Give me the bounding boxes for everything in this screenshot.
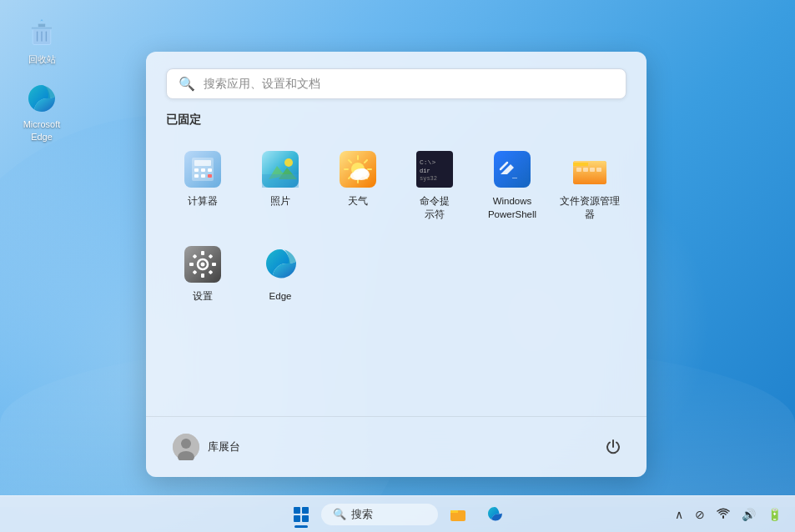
svg-rect-13: [201, 174, 205, 178]
svg-point-58: [181, 439, 191, 449]
taskbar-search-bar[interactable]: 🔍 搜索: [321, 504, 438, 525]
search-bar-container: 🔍 搜索应用、设置和文档: [146, 52, 647, 113]
weather-label: 天气: [348, 194, 368, 208]
svg-rect-8: [194, 160, 211, 166]
search-bar[interactable]: 🔍 搜索应用、设置和文档: [166, 68, 626, 99]
pinned-item-fileexplorer[interactable]: 文件资源管理器: [552, 141, 626, 229]
taskbar-center-items: 🔍 搜索: [284, 499, 511, 530]
svg-rect-51: [189, 263, 194, 266]
taskbar: 🔍 搜索 ∧: [0, 495, 795, 532]
taskbar-network-icon[interactable]: ⊘: [692, 504, 708, 524]
taskbar-chevron-icon[interactable]: ∧: [672, 504, 687, 524]
search-icon: 🔍: [179, 76, 195, 92]
svg-rect-14: [208, 174, 212, 178]
powershell-icon: _: [492, 149, 532, 189]
svg-text:dir: dir: [420, 168, 430, 174]
taskbar-search-label: 搜索: [351, 507, 373, 522]
powershell-label: WindowsPowerShell: [488, 194, 536, 221]
pinned-item-weather[interactable]: 天气: [320, 141, 395, 229]
svg-rect-9: [194, 168, 199, 172]
taskbar-battery-icon[interactable]: 🔋: [764, 504, 785, 524]
svg-rect-44: [590, 168, 595, 172]
svg-rect-41: [573, 163, 588, 166]
photos-icon: [260, 149, 300, 189]
edge-desktop-icon: [25, 82, 58, 115]
desktop-icon-edge[interactable]: MicrosoftEdge: [13, 82, 71, 143]
desktop-icons-area: 回收站 MicrosoftEdge: [13, 17, 71, 143]
taskbar-file-explorer-button[interactable]: [441, 499, 475, 530]
fileexplorer-icon: [570, 149, 610, 189]
recycle-bin-label: 回收站: [28, 53, 56, 65]
pinned-item-edge[interactable]: Edge: [244, 236, 318, 311]
svg-rect-45: [596, 168, 601, 172]
pinned-item-powershell[interactable]: _ WindowsPowerShell: [475, 141, 550, 229]
svg-rect-62: [294, 515, 300, 522]
taskbar-volume-icon[interactable]: 🔊: [738, 504, 759, 524]
calculator-icon: [183, 149, 223, 189]
svg-rect-61: [302, 507, 309, 514]
pinned-item-calculator[interactable]: 计算器: [166, 141, 240, 229]
pinned-section-label: 已固定: [166, 113, 626, 128]
settings-label: 设置: [193, 289, 213, 303]
recycle-bin-icon: [25, 17, 58, 50]
svg-rect-52: [212, 263, 216, 266]
pinned-item-photos[interactable]: 照片: [244, 141, 318, 229]
start-menu-bottom: 库展台: [146, 416, 647, 477]
pinned-apps-grid: 计算器 照片: [166, 141, 626, 311]
desktop-icon-recycle-bin[interactable]: 回收站: [13, 17, 71, 65]
taskbar-search-icon: 🔍: [333, 508, 346, 520]
svg-rect-49: [201, 251, 204, 255]
svg-rect-2: [38, 23, 46, 28]
svg-point-48: [201, 263, 205, 267]
pinned-item-cmd[interactable]: C:\> dir sys32 命令提示符: [398, 141, 472, 229]
settings-icon: [183, 244, 223, 284]
svg-point-32: [358, 168, 368, 177]
svg-text:sys32: sys32: [420, 175, 437, 182]
cmd-icon: C:\> dir sys32: [415, 149, 455, 189]
svg-rect-50: [201, 274, 204, 278]
svg-rect-12: [194, 174, 199, 178]
svg-rect-11: [208, 168, 212, 172]
search-placeholder-text: 搜索应用、设置和文档: [204, 77, 614, 92]
start-menu: 🔍 搜索应用、设置和文档 已固定: [146, 52, 647, 477]
taskbar-start-button[interactable]: [284, 499, 318, 530]
taskbar-right-area: ∧ ⊘ 🔊 🔋: [672, 503, 785, 525]
svg-rect-63: [302, 515, 309, 522]
weather-icon: [338, 149, 378, 189]
taskbar-edge-button[interactable]: [478, 499, 511, 530]
edge-pinned-label: Edge: [269, 289, 292, 303]
user-name: 库展台: [208, 439, 240, 454]
cmd-label: 命令提示符: [420, 194, 450, 221]
svg-text:_: _: [511, 171, 518, 180]
svg-rect-60: [294, 507, 300, 514]
photos-label: 照片: [270, 194, 290, 208]
svg-rect-65: [450, 510, 458, 513]
svg-rect-10: [201, 168, 205, 172]
svg-text:C:\>: C:\>: [420, 158, 435, 166]
svg-rect-43: [583, 168, 588, 172]
svg-rect-19: [262, 174, 299, 188]
pinned-item-settings[interactable]: 设置: [166, 236, 240, 311]
user-avatar: [173, 434, 199, 460]
edge-desktop-label: MicrosoftEdge: [23, 118, 61, 143]
pinned-section: 已固定: [146, 113, 647, 416]
power-button[interactable]: [600, 434, 626, 460]
user-section[interactable]: 库展台: [166, 429, 247, 465]
fileexplorer-label: 文件资源管理器: [557, 194, 621, 221]
svg-point-16: [284, 158, 293, 167]
calculator-label: 计算器: [188, 194, 218, 208]
svg-rect-42: [576, 168, 581, 172]
taskbar-wifi-icon[interactable]: [713, 503, 733, 525]
edge-pinned-icon: [260, 244, 300, 284]
